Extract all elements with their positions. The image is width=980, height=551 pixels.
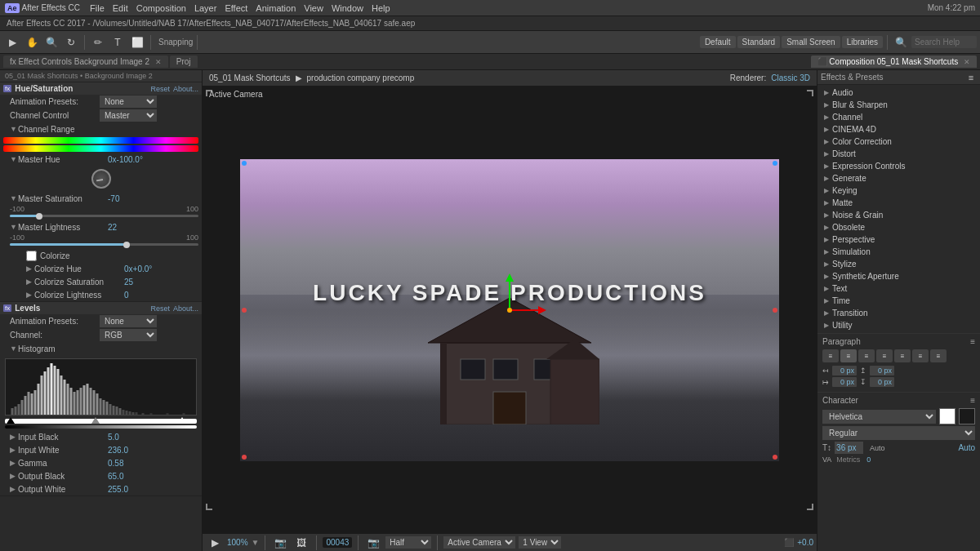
tab-effect-controls[interactable]: fx Effect Controls Background Image 2 ✕ [3, 56, 168, 68]
tool-zoom[interactable]: 🔍 [42, 33, 60, 51]
effect-item-distort[interactable]: ▶ Distort [817, 148, 980, 160]
effect-levels-about[interactable]: About... [173, 304, 198, 313]
menu-edit[interactable]: Edit [113, 3, 128, 13]
master-light-thumb[interactable] [123, 242, 130, 248]
effect-hue-sat-about[interactable]: About... [173, 85, 198, 93]
master-light-expand[interactable]: ▼ [10, 223, 18, 231]
renderer-value[interactable]: Classic 3D [771, 73, 810, 82]
menu-window[interactable]: Window [332, 3, 363, 13]
output-white-value[interactable]: 255.0 [108, 485, 128, 494]
quality-select[interactable]: Half Full Quarter [385, 536, 431, 549]
snapshot-btn[interactable]: 📷 [271, 534, 289, 552]
col-light-expand[interactable]: ▶ [26, 291, 34, 299]
master-light-value[interactable]: 22 [108, 223, 117, 232]
anchor-ml[interactable] [242, 308, 247, 313]
align-justify-full[interactable]: ≡ [930, 349, 947, 362]
bg-color-swatch[interactable] [959, 408, 975, 424]
channel-select[interactable]: RGB [100, 329, 157, 341]
tab-close-comp[interactable]: ✕ [964, 58, 970, 66]
effect-item-audio[interactable]: ▶ Audio [817, 87, 980, 99]
effect-item-channel[interactable]: ▶ Channel [817, 111, 980, 123]
master-hue-expand[interactable]: ▼ [10, 155, 18, 163]
levels-black-handle[interactable] [7, 417, 15, 424]
channel-ctrl-select[interactable]: Master [100, 109, 157, 122]
tab-close-effect[interactable]: ✕ [155, 58, 162, 66]
auto-value[interactable]: Auto [958, 443, 975, 452]
workspace-standard[interactable]: Standard [737, 36, 781, 48]
zoom-dropdown[interactable]: ▼ [252, 538, 260, 547]
anchor-bl[interactable] [242, 455, 247, 460]
tool-hand[interactable]: ✋ [23, 33, 41, 51]
preview-play[interactable]: ▶ [206, 534, 224, 552]
effect-levels-reset[interactable]: Reset [150, 304, 170, 313]
input-white-expand[interactable]: ▶ [10, 446, 18, 454]
indent-left-val[interactable]: 0 px [832, 366, 857, 375]
gamma-value[interactable]: 0.58 [108, 459, 123, 468]
input-black-value[interactable]: 5.0 [108, 433, 119, 442]
output-black-value[interactable]: 65.0 [108, 472, 123, 481]
effect-item-simulation[interactable]: ▶ Simulation [817, 246, 980, 258]
effect-item-transition[interactable]: ▶ Transition [817, 307, 980, 319]
workspace-default[interactable]: Default [700, 36, 736, 48]
search-input[interactable] [911, 36, 977, 48]
comp-breadcrumb-1[interactable]: 05_01 Mask Shortcuts [209, 73, 291, 82]
effect-item-keying[interactable]: ▶ Keying [817, 184, 980, 197]
effect-item-stylize[interactable]: ▶ Stylize [817, 258, 980, 270]
menu-layer[interactable]: Layer [194, 3, 217, 13]
workspace-libraries[interactable]: Libraries [842, 36, 883, 48]
master-hue-dial[interactable] [91, 169, 111, 189]
anchor-br[interactable] [773, 455, 777, 460]
master-sat-value[interactable]: -70 [108, 194, 119, 203]
paragraph-menu[interactable]: ≡ [970, 337, 975, 346]
effect-item-time[interactable]: ▶ Time [817, 295, 980, 307]
master-light-slider[interactable] [10, 243, 198, 246]
tool-shape[interactable]: ⬜ [128, 33, 146, 51]
breadcrumb-layer[interactable]: Background Image 2 [85, 72, 153, 80]
font-style-select[interactable]: Regular [822, 426, 975, 440]
col-sat-expand[interactable]: ▶ [26, 278, 34, 286]
effect-item-text[interactable]: ▶ Text [817, 282, 980, 295]
effect-item-perspective[interactable]: ▶ Perspective [817, 233, 980, 246]
col-sat-value[interactable]: 25 [124, 278, 133, 287]
effect-item-generate[interactable]: ▶ Generate [817, 172, 980, 184]
col-hue-expand[interactable]: ▶ [26, 264, 34, 273]
col-hue-value[interactable]: 0x+0.0° [124, 264, 152, 273]
histogram-expand[interactable]: ▼ [10, 344, 18, 353]
effect-item-expr[interactable]: ▶ Expression Controls [817, 160, 980, 172]
menu-animation[interactable]: Animation [256, 3, 296, 13]
levels-gamma-handle[interactable] [91, 417, 100, 424]
colorize-checkbox[interactable] [26, 251, 37, 261]
menu-view[interactable]: View [304, 3, 323, 13]
effect-item-blur[interactable]: ▶ Blur & Sharpen [817, 99, 980, 111]
align-justify-right[interactable]: ≡ [912, 349, 929, 362]
comp-breadcrumb-2[interactable]: production company precomp [307, 73, 415, 82]
levels-white-handle[interactable] [178, 417, 186, 424]
views-select[interactable]: 1 View [519, 536, 561, 549]
show-snapshot[interactable]: 🖼 [292, 534, 310, 552]
workspace-small-screen[interactable]: Small Screen [782, 36, 840, 48]
effect-item-obsolete[interactable]: ▶ Obsolete [817, 221, 980, 233]
effect-item-noise[interactable]: ▶ Noise & Grain [817, 209, 980, 221]
master-hue-value[interactable]: 0x-100.0° [108, 155, 143, 164]
search-button[interactable]: 🔍 [892, 33, 910, 51]
master-sat-expand[interactable]: ▼ [10, 194, 18, 202]
breadcrumb-comp[interactable]: 05_01 Mask Shortcuts [5, 72, 78, 80]
font-family-select[interactable]: Helvetica [822, 410, 936, 424]
camera-icon[interactable]: 📷 [364, 534, 382, 552]
align-left[interactable]: ≡ [822, 349, 839, 362]
menu-file[interactable]: File [90, 3, 105, 13]
align-justify[interactable]: ≡ [876, 349, 893, 362]
col-light-value[interactable]: 0 [124, 291, 129, 300]
effect-item-color[interactable]: ▶ Color Correction [817, 136, 980, 148]
tool-text[interactable]: T [109, 33, 127, 51]
tool-pen[interactable]: ✏ [89, 33, 107, 51]
effects-panel-menu[interactable]: ≡ [965, 72, 977, 83]
indent-right-val[interactable]: 0 px [832, 377, 857, 387]
channel-range-expand[interactable]: ▼ [10, 125, 18, 133]
output-white-expand[interactable]: ▶ [10, 485, 18, 493]
output-black-expand[interactable]: ▶ [10, 472, 18, 480]
effect-levels-header[interactable]: fx Levels Reset About... [0, 302, 202, 314]
gamma-expand[interactable]: ▶ [10, 459, 18, 467]
anim-presets-select[interactable]: None [100, 96, 157, 108]
master-sat-slider[interactable] [10, 215, 198, 217]
